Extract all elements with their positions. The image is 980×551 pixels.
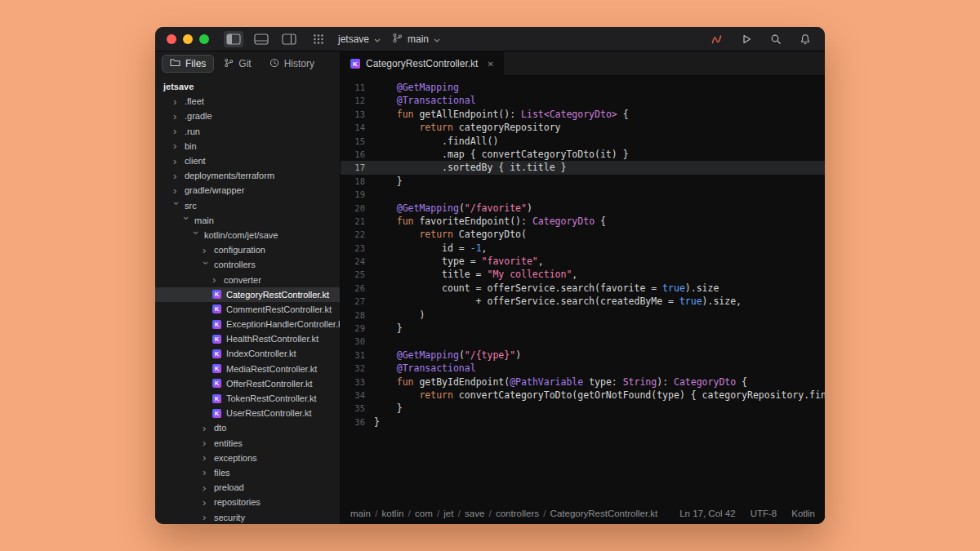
tree-row[interactable]: ›.run: [155, 124, 340, 139]
tree-row[interactable]: KCommentRestController.kt: [155, 302, 340, 317]
code-line[interactable]: 31 @GetMapping("/{type}"): [341, 349, 825, 362]
breadcrumb-item[interactable]: save: [465, 509, 484, 518]
tree-row[interactable]: ›.gradle: [155, 109, 340, 123]
project-selector[interactable]: jetsave: [338, 33, 381, 45]
code-line[interactable]: 23 id = -1,: [341, 242, 825, 255]
fleet-logo-icon[interactable]: [708, 31, 725, 47]
chevron-right-icon[interactable]: ›: [212, 274, 220, 285]
chevron-right-icon[interactable]: ›: [203, 467, 210, 478]
code-line[interactable]: 28 ): [341, 309, 825, 322]
branch-selector[interactable]: main: [392, 33, 440, 46]
workspace-grid-icon[interactable]: [310, 31, 327, 47]
tree-row[interactable]: ›gradle/wrapper: [155, 183, 340, 198]
chevron-right-icon[interactable]: ›: [203, 512, 210, 522]
chevron-right-icon[interactable]: ›: [203, 497, 210, 508]
tree-row[interactable]: KTokenRestController.kt: [155, 391, 340, 406]
chevron-right-icon[interactable]: ›: [203, 452, 210, 463]
breadcrumb-item[interactable]: kotlin: [382, 509, 404, 518]
notifications-bell-icon[interactable]: [797, 31, 813, 47]
chevron-down-icon[interactable]: ›: [191, 231, 202, 238]
minimize-window-button[interactable]: [183, 34, 193, 44]
tree-row[interactable]: KCategoryRestController.kt: [155, 287, 340, 302]
tree-row[interactable]: KHealthRestController.kt: [155, 331, 340, 346]
tree-row[interactable]: ›configuration: [155, 242, 340, 257]
tree-row[interactable]: ›kotlin/com/jet/save: [155, 228, 340, 242]
code-line[interactable]: 32 @Transactional: [341, 362, 825, 375]
tree-row[interactable]: ›main: [155, 213, 340, 228]
cursor-position[interactable]: Ln 17, Col 42: [679, 509, 735, 518]
tree-row[interactable]: ›deployments/terraform: [155, 168, 340, 183]
search-icon[interactable]: [768, 31, 784, 47]
tree-row[interactable]: ›repositories: [155, 495, 340, 509]
chevron-down-icon[interactable]: ›: [201, 261, 212, 269]
tree-row[interactable]: ›controllers: [155, 257, 340, 272]
tree-row[interactable]: jetsave: [155, 79, 340, 94]
tree-row[interactable]: ›bin: [155, 139, 340, 153]
code-line[interactable]: 22 return CategoryDto(: [341, 228, 825, 241]
chevron-right-icon[interactable]: ›: [173, 126, 180, 136]
tab-files[interactable]: Files: [162, 55, 214, 73]
chevron-down-icon[interactable]: ›: [181, 216, 192, 224]
code-line[interactable]: 33 fun getByIdEndpoint(@PathVariable typ…: [341, 375, 825, 389]
code-line[interactable]: 11 @GetMapping: [341, 81, 825, 94]
tree-row[interactable]: ›client: [155, 153, 340, 168]
tab-history[interactable]: History: [261, 55, 323, 73]
chevron-right-icon[interactable]: ›: [173, 111, 180, 122]
code-line[interactable]: 19: [341, 188, 825, 201]
code-line[interactable]: 21 fun favoriteEndpoint(): CategoryDto {: [341, 215, 825, 228]
code-line[interactable]: 15 .findAll(): [341, 135, 825, 148]
code-line[interactable]: 26 count = offerService.search(favorite …: [341, 282, 825, 295]
code-line[interactable]: 30: [341, 335, 825, 348]
tree-row[interactable]: ›src: [155, 198, 340, 213]
chevron-right-icon[interactable]: ›: [173, 171, 180, 181]
code-line[interactable]: 24 type = "favorite",: [341, 255, 825, 268]
code-line[interactable]: 12 @Transactional: [341, 94, 825, 107]
breadcrumb-item[interactable]: jet: [443, 509, 453, 518]
code-line[interactable]: 13 fun getAllEndpoint(): List<CategoryDt…: [341, 108, 825, 121]
chevron-right-icon[interactable]: ›: [173, 156, 180, 167]
code-line[interactable]: 18 }: [341, 175, 825, 188]
code-line[interactable]: 29 }: [341, 322, 825, 335]
tree-row[interactable]: ›security: [155, 509, 340, 524]
code-line[interactable]: 34 return convertCategoryToDto(getOrNotF…: [341, 389, 825, 402]
chevron-right-icon[interactable]: ›: [203, 423, 210, 433]
chevron-right-icon[interactable]: ›: [203, 438, 210, 448]
file-language[interactable]: Kotlin: [791, 509, 815, 518]
tree-row[interactable]: ›converter: [155, 272, 340, 287]
chevron-down-icon[interactable]: ›: [172, 202, 182, 209]
code-line[interactable]: 20 @GetMapping("/favorite"): [341, 202, 825, 215]
tree-row[interactable]: ›.fleet: [155, 94, 340, 109]
close-tab-icon[interactable]: ✕: [487, 60, 493, 69]
chevron-right-icon[interactable]: ›: [173, 96, 180, 107]
code-line[interactable]: 35 }: [341, 402, 825, 415]
tree-row[interactable]: ›files: [155, 465, 340, 480]
tree-row[interactable]: ›exceptions: [155, 451, 340, 465]
code-line[interactable]: 36}: [341, 415, 825, 429]
tree-row[interactable]: KOfferRestController.kt: [155, 376, 340, 391]
code-line[interactable]: 17 .sortedBy { it.title }: [341, 161, 825, 174]
chevron-right-icon[interactable]: ›: [203, 245, 210, 256]
tab-git[interactable]: Git: [216, 55, 259, 73]
chevron-right-icon[interactable]: ›: [203, 482, 210, 493]
run-button[interactable]: [738, 31, 755, 47]
bottom-panel-toggle-icon[interactable]: [252, 31, 271, 47]
tree-row[interactable]: KMediaRestController.kt: [155, 362, 340, 376]
zoom-window-button[interactable]: [199, 34, 209, 44]
editor-tab[interactable]: K CategoryRestController.kt ✕: [341, 51, 504, 76]
code-line[interactable]: 27 + offerService.search(createdByMe = t…: [341, 295, 825, 308]
code-line[interactable]: 25 title = "My collection",: [341, 268, 825, 281]
chevron-right-icon[interactable]: ›: [173, 185, 180, 196]
tree-row[interactable]: KExceptionHandlerController.kt: [155, 317, 340, 331]
tree-row[interactable]: ›dto: [155, 420, 340, 435]
tree-row[interactable]: ›preload: [155, 480, 340, 495]
chevron-right-icon[interactable]: ›: [173, 140, 180, 151]
left-panel-toggle-icon[interactable]: [224, 31, 243, 47]
code-editor[interactable]: 11 @GetMapping12 @Transactional13 fun ge…: [341, 76, 825, 503]
code-line[interactable]: 14 return categoryRepository: [341, 121, 825, 134]
breadcrumb-item[interactable]: com: [415, 509, 433, 518]
tree-row[interactable]: ›entities: [155, 436, 340, 451]
file-encoding[interactable]: UTF-8: [751, 509, 777, 518]
close-window-button[interactable]: [167, 34, 176, 44]
tree-row[interactable]: KUserRestController.kt: [155, 406, 340, 420]
breadcrumb-item[interactable]: controllers: [496, 509, 539, 518]
